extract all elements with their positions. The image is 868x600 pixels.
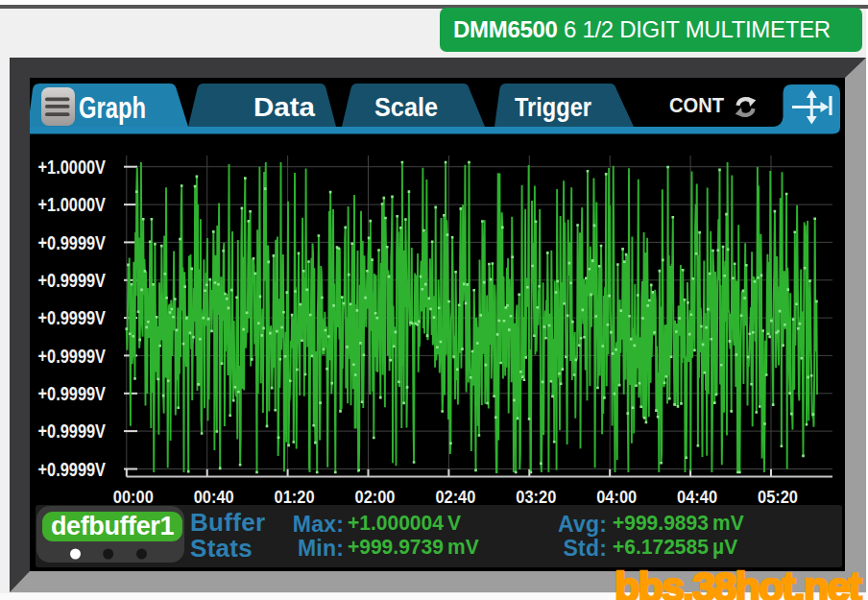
svg-text:+0.9999V: +0.9999V: [38, 458, 107, 480]
svg-text:+0.9999V: +0.9999V: [38, 382, 107, 404]
svg-text:01:20: 01:20: [275, 487, 315, 506]
svg-text:+1.0000V: +1.0000V: [38, 193, 107, 215]
svg-text:+0.9999V: +0.9999V: [38, 345, 107, 367]
svg-text:05:20: 05:20: [758, 487, 798, 506]
svg-text:+0.9999V: +0.9999V: [38, 231, 107, 253]
svg-text:+0.9999V: +0.9999V: [38, 420, 107, 442]
svg-text:03:20: 03:20: [516, 487, 556, 506]
svg-text:04:00: 04:00: [596, 487, 637, 506]
svg-text:Graph: Graph: [79, 91, 146, 125]
svg-text:02:00: 02:00: [355, 487, 396, 506]
svg-text:02:40: 02:40: [435, 487, 475, 506]
svg-text:00:40: 00:40: [194, 487, 234, 506]
svg-text:Trigger: Trigger: [515, 92, 591, 122]
svg-text:+1.0000V: +1.0000V: [38, 156, 107, 178]
svg-text:04:40: 04:40: [677, 487, 717, 506]
svg-text:+0.9999V: +0.9999V: [38, 306, 107, 328]
svg-text:+0.9999V: +0.9999V: [38, 269, 107, 291]
svg-text:CONT: CONT: [669, 93, 725, 117]
svg-text:Scale: Scale: [374, 92, 438, 122]
svg-text:Data: Data: [253, 92, 315, 122]
svg-text:00:00: 00:00: [113, 487, 154, 506]
